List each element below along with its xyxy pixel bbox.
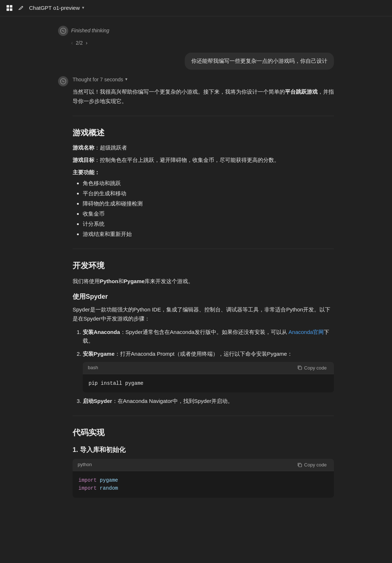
top-bar: ChatGPT o1-preview ▾ [0,0,392,16]
features-label: 主要功能： [73,168,334,177]
prev-page-button[interactable]: ‹ [71,39,73,47]
chevron-down-icon: ▾ [82,4,84,11]
bash-code-content: pip install pygame [83,374,334,392]
divider-2 [73,249,334,249]
python-code-block: python Copy code import pygame import ra… [73,459,334,498]
list-item: 安装Anaconda：Spyder通常包含在Anaconda发行版中。如果你还没… [83,328,334,345]
list-item: 平台的生成和移动 [83,189,334,198]
finished-thinking-label: Finished thinking [71,26,109,34]
dev-steps-list: 安装Anaconda：Spyder通常包含在Anaconda发行版中。如果你还没… [73,328,334,405]
svg-rect-0 [7,5,9,8]
copy-icon [297,462,302,468]
app-title[interactable]: ChatGPT o1-preview ▾ [29,4,84,12]
svg-rect-6 [299,367,302,370]
user-message: 你还能帮我编写一些更复杂一点的小游戏吗，你自己设计 [58,53,334,70]
svg-rect-2 [7,8,9,11]
game-overview-heading: 游戏概述 [73,126,334,139]
game-name-line: 游戏名称：超级跳跃者 [73,143,334,152]
list-item: 障碍物的生成和碰撞检测 [83,199,334,208]
ai-avatar-response [58,76,68,86]
list-item: 游戏结束和重新开始 [83,230,334,238]
list-item: 角色移动和跳跃 [83,179,334,188]
list-item: 收集金币 [83,209,334,218]
copy-python-button[interactable]: Copy code [295,461,329,468]
next-page-button[interactable]: › [86,39,87,47]
list-item: 安装Pygame：打开Anaconda Prompt（或者使用终端），运行以下命… [83,350,334,392]
anaconda-link[interactable]: Anaconda官网 [289,329,324,335]
ai-avatar [58,26,68,36]
page-indicator: 2/2 [76,39,83,47]
ai-intro-paragraph: 当然可以！我很高兴帮助你编写一个更复杂的小游戏。接下来，我将为你设计一个简单的平… [73,87,334,106]
spyder-desc: Spyder是一款功能强大的Python IDE，集成了编辑器、控制台、调试器等… [73,305,334,323]
list-item: 启动Spyder：在Anaconda Navigator中，找到Spyder并启… [83,397,334,405]
list-item: 计分系统 [83,220,334,228]
code-impl-heading: 代码实现 [73,426,334,439]
content-area: Finished thinking ‹ 2/2 › 你还能帮我编写一些更复杂一点… [58,16,334,516]
ai-response-row: Thought for 7 seconds ▾ 当然可以！我很高兴帮助你编写一个… [58,76,334,501]
python-lang-label: python [78,461,92,469]
divider-3 [73,416,334,416]
code-line-1: import pygame [78,476,328,484]
edit-icon[interactable] [17,4,25,12]
code-block-header: bash Copy code [83,362,334,374]
dev-env-heading: 开发环境 [73,259,334,272]
code-line-2: import random [78,484,328,492]
python-code-block-header: python Copy code [73,459,334,471]
bash-code-block: bash Copy code pip install pygame [83,362,334,392]
pagination-row: ‹ 2/2 › [71,39,334,47]
copy-code-button[interactable]: Copy code [295,364,329,371]
python-code-content: import pygame import random [73,471,334,498]
grid-icon[interactable] [6,4,13,12]
svg-rect-3 [10,8,12,11]
thought-chevron-icon: ▾ [125,76,127,83]
ai-content: Thought for 7 seconds ▾ 当然可以！我很高兴帮助你编写一个… [73,76,334,501]
svg-rect-1 [10,5,12,8]
copy-icon [297,365,302,370]
user-bubble-text: 你还能帮我编写一些更复杂一点的小游戏吗，你自己设计 [185,53,334,70]
code-sub-heading: 1. 导入库和初始化 [73,445,334,455]
code-lang-label: bash [88,364,98,372]
divider-1 [73,116,334,116]
thought-label[interactable]: Thought for 7 seconds ▾ [73,76,334,83]
game-goal-line: 游戏目标：控制角色在平台上跳跃，避开障碍物，收集金币，尽可能获得更高的分数。 [73,156,334,164]
dev-env-intro: 我们将使用Python和Pygame库来开发这个游戏。 [73,277,334,286]
features-list: 角色移动和跳跃 平台的生成和移动 障碍物的生成和碰撞检测 收集金币 计分系统 游… [73,179,334,238]
finished-thinking-bar: Finished thinking [58,24,334,37]
spyder-heading: 使用Spyder [73,291,334,302]
svg-rect-7 [299,464,302,467]
